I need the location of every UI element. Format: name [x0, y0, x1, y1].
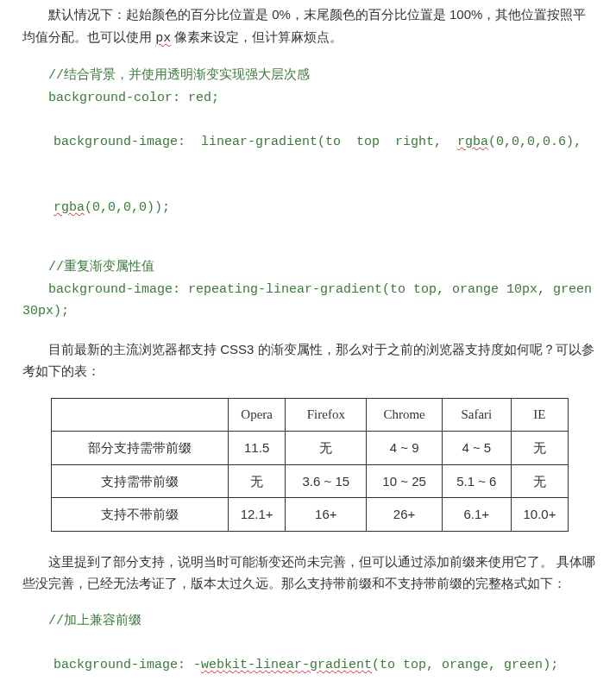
table-header: Firefox	[286, 398, 367, 432]
table-cell: 无	[511, 432, 568, 465]
code-text: background-image: linear-gradient(to top…	[53, 135, 457, 149]
table-row-label: 支持需带前缀	[52, 464, 229, 498]
table-cell: 10.0+	[511, 498, 568, 532]
table-row: 部分支持需带前缀 11.5 无 4 ~ 9 4 ~ 5 无	[52, 432, 569, 465]
code-line: background-color: red;	[22, 87, 597, 110]
code-line: background-image: linear-gradient(to top…	[22, 109, 597, 175]
table-cell: 无	[229, 464, 286, 498]
table-cell: 16+	[286, 498, 367, 532]
code-func-rgba: rgba	[457, 135, 488, 149]
table-row: 支持不带前缀 12.1+ 16+ 26+ 6.1+ 10.0+	[52, 498, 569, 532]
table-cell: 3.6 ~ 15	[286, 464, 367, 498]
code-block-repeating: //重复渐变属性值 background-image: repeating-li…	[22, 256, 597, 323]
para-intro-default: 默认情况下：起始颜色的百分比位置是 0%，末尾颜色的百分比位置是 100%，其他…	[22, 3, 597, 49]
code-text: (0,0,0,0.6),	[488, 135, 589, 149]
code-comment: //结合背景，并使用透明渐变实现强大层次感	[22, 65, 597, 87]
table-header: IE	[511, 398, 568, 432]
table-row-label: 支持不带前缀	[52, 498, 229, 532]
table-header	[52, 398, 229, 432]
code-comment: //加上兼容前缀	[22, 610, 597, 633]
table-cell: 6.1+	[442, 498, 511, 532]
code-text: (0,0,0,0));	[85, 200, 170, 215]
para-browser-support: 目前最新的主流浏览器都支持 CSS3 的渐变属性，那么对于之前的浏览器支持度如何…	[22, 338, 597, 382]
para-prefix-explain: 这里提到了部分支持，说明当时可能渐变还尚未完善，但可以通过添加前缀来使用它了。 …	[22, 551, 597, 595]
code-comment: //重复渐变属性值	[22, 256, 597, 279]
table-cell: 12.1+	[229, 498, 286, 532]
code-block-bg-transparent: //结合背景，并使用透明渐变实现强大层次感 background-color: …	[22, 65, 597, 241]
table-header: Chrome	[367, 398, 442, 432]
table-cell: 无	[511, 464, 568, 498]
table-header: Safari	[442, 398, 511, 432]
table-cell: 4 ~ 5	[442, 432, 511, 465]
code-line: background-image: repeating-linear-gradi…	[22, 279, 597, 323]
table-cell: 5.1 ~ 6	[442, 464, 511, 498]
table-cell: 11.5	[229, 432, 286, 465]
code-func-rgba: rgba	[53, 200, 85, 215]
table-header-row: Opera Firefox Chrome Safari IE	[52, 398, 569, 432]
table-cell: 10 ~ 25	[367, 464, 442, 498]
code-line-continuation: rgba(0,0,0,0));	[22, 175, 597, 242]
inline-code-px: px	[155, 31, 171, 46]
code-line: background-image: -webkit-linear-gradien…	[22, 632, 597, 681]
table-cell: 无	[286, 432, 367, 465]
table-cell: 26+	[367, 498, 442, 532]
table-row-label: 部分支持需带前缀	[52, 432, 229, 465]
browser-support-table: Opera Firefox Chrome Safari IE 部分支持需带前缀 …	[51, 398, 569, 532]
code-block-prefix: //加上兼容前缀 background-image: -webkit-linea…	[22, 610, 597, 682]
code-func-webkit: webkit-linear-gradient	[201, 658, 372, 672]
table-cell: 4 ~ 9	[367, 432, 442, 465]
text: 像素来设定，但计算麻烦点。	[171, 29, 343, 44]
table-row: 支持需带前缀 无 3.6 ~ 15 10 ~ 25 5.1 ~ 6 无	[52, 464, 569, 498]
table-header: Opera	[229, 398, 286, 432]
